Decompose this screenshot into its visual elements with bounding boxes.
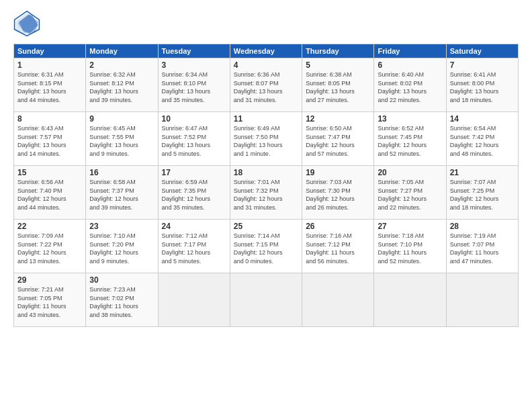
calendar-cell: 2Sunrise: 6:32 AM Sunset: 8:12 PM Daylig… xyxy=(86,58,158,112)
day-number: 21 xyxy=(450,168,515,177)
day-info: Sunrise: 6:36 AM Sunset: 8:07 PM Dayligh… xyxy=(234,71,298,104)
day-info: Sunrise: 7:09 AM Sunset: 7:22 PM Dayligh… xyxy=(17,232,82,265)
calendar-cell: 6Sunrise: 6:40 AM Sunset: 8:02 PM Daylig… xyxy=(374,58,446,112)
day-number: 9 xyxy=(89,114,154,124)
day-number: 14 xyxy=(450,114,515,124)
calendar-table: Sunday Monday Tuesday Wednesday Thursday… xyxy=(13,44,519,327)
calendar-cell: 14Sunrise: 6:54 AM Sunset: 7:42 PM Dayli… xyxy=(446,112,518,166)
day-number: 12 xyxy=(306,114,370,124)
day-number: 4 xyxy=(234,60,298,70)
calendar-cell: 10Sunrise: 6:47 AM Sunset: 7:52 PM Dayli… xyxy=(158,112,230,166)
calendar-cell: 19Sunrise: 7:03 AM Sunset: 7:30 PM Dayli… xyxy=(302,166,374,220)
day-number: 22 xyxy=(17,222,82,231)
day-info: Sunrise: 6:59 AM Sunset: 7:35 PM Dayligh… xyxy=(162,178,226,212)
calendar-cell: 13Sunrise: 6:52 AM Sunset: 7:45 PM Dayli… xyxy=(374,112,446,166)
day-number: 13 xyxy=(378,114,442,124)
day-number: 15 xyxy=(17,168,82,177)
day-info: Sunrise: 6:50 AM Sunset: 7:47 PM Dayligh… xyxy=(306,124,370,158)
header-tuesday: Tuesday xyxy=(158,44,230,58)
day-number: 29 xyxy=(17,275,82,285)
day-info: Sunrise: 6:56 AM Sunset: 7:40 PM Dayligh… xyxy=(17,178,82,212)
calendar-cell: 26Sunrise: 7:16 AM Sunset: 7:12 PM Dayli… xyxy=(302,220,374,273)
calendar-cell: 29Sunrise: 7:21 AM Sunset: 7:05 PM Dayli… xyxy=(14,273,86,327)
calendar-cell: 23Sunrise: 7:10 AM Sunset: 7:20 PM Dayli… xyxy=(86,220,158,273)
calendar-cell: 9Sunrise: 6:45 AM Sunset: 7:55 PM Daylig… xyxy=(86,112,158,166)
day-number: 10 xyxy=(162,114,226,124)
calendar-week-3: 15Sunrise: 6:56 AM Sunset: 7:40 PM Dayli… xyxy=(14,166,519,220)
calendar-cell: 21Sunrise: 7:07 AM Sunset: 7:25 PM Dayli… xyxy=(446,166,518,220)
day-info: Sunrise: 6:31 AM Sunset: 8:15 PM Dayligh… xyxy=(17,71,82,104)
calendar-cell: 3Sunrise: 6:34 AM Sunset: 8:10 PM Daylig… xyxy=(158,58,230,112)
calendar-cell: 5Sunrise: 6:38 AM Sunset: 8:05 PM Daylig… xyxy=(302,58,374,112)
day-number: 23 xyxy=(89,222,154,231)
day-number: 25 xyxy=(234,222,298,231)
day-number: 26 xyxy=(306,222,370,231)
calendar-week-4: 22Sunrise: 7:09 AM Sunset: 7:22 PM Dayli… xyxy=(14,220,519,273)
logo xyxy=(13,10,43,37)
calendar-cell: 27Sunrise: 7:18 AM Sunset: 7:10 PM Dayli… xyxy=(374,220,446,273)
calendar-cell: 18Sunrise: 7:01 AM Sunset: 7:32 PM Dayli… xyxy=(230,166,302,220)
calendar-cell xyxy=(158,273,230,327)
calendar-cell: 11Sunrise: 6:49 AM Sunset: 7:50 PM Dayli… xyxy=(230,112,302,166)
calendar-cell: 1Sunrise: 6:31 AM Sunset: 8:15 PM Daylig… xyxy=(14,58,86,112)
day-number: 1 xyxy=(17,60,82,70)
header-wednesday: Wednesday xyxy=(230,44,302,58)
calendar-cell: 24Sunrise: 7:12 AM Sunset: 7:17 PM Dayli… xyxy=(158,220,230,273)
calendar-cell xyxy=(302,273,374,327)
day-number: 7 xyxy=(450,60,515,70)
calendar-cell: 22Sunrise: 7:09 AM Sunset: 7:22 PM Dayli… xyxy=(14,220,86,273)
calendar-cell: 20Sunrise: 7:05 AM Sunset: 7:27 PM Dayli… xyxy=(374,166,446,220)
day-info: Sunrise: 6:40 AM Sunset: 8:02 PM Dayligh… xyxy=(378,71,442,104)
day-number: 3 xyxy=(162,60,226,70)
day-number: 30 xyxy=(89,275,154,285)
day-number: 27 xyxy=(378,222,442,231)
day-number: 2 xyxy=(89,60,154,70)
day-info: Sunrise: 6:34 AM Sunset: 8:10 PM Dayligh… xyxy=(162,71,226,104)
day-number: 17 xyxy=(162,168,226,177)
day-info: Sunrise: 6:43 AM Sunset: 7:57 PM Dayligh… xyxy=(17,124,82,158)
calendar-cell: 28Sunrise: 7:19 AM Sunset: 7:07 PM Dayli… xyxy=(446,220,518,273)
header-friday: Friday xyxy=(374,44,446,58)
day-number: 16 xyxy=(89,168,154,177)
day-info: Sunrise: 7:05 AM Sunset: 7:27 PM Dayligh… xyxy=(378,178,442,212)
day-info: Sunrise: 7:19 AM Sunset: 7:07 PM Dayligh… xyxy=(450,232,515,265)
day-info: Sunrise: 6:49 AM Sunset: 7:50 PM Dayligh… xyxy=(234,124,298,158)
calendar-page: Sunday Monday Tuesday Wednesday Thursday… xyxy=(0,0,532,411)
day-number: 19 xyxy=(306,168,370,177)
day-info: Sunrise: 7:12 AM Sunset: 7:17 PM Dayligh… xyxy=(162,232,226,265)
day-number: 11 xyxy=(234,114,298,124)
day-info: Sunrise: 7:01 AM Sunset: 7:32 PM Dayligh… xyxy=(234,178,298,212)
day-info: Sunrise: 6:45 AM Sunset: 7:55 PM Dayligh… xyxy=(89,124,154,158)
calendar-cell: 16Sunrise: 6:58 AM Sunset: 7:37 PM Dayli… xyxy=(86,166,158,220)
day-info: Sunrise: 6:58 AM Sunset: 7:37 PM Dayligh… xyxy=(89,178,154,212)
day-info: Sunrise: 7:03 AM Sunset: 7:30 PM Dayligh… xyxy=(306,178,370,212)
header xyxy=(13,10,519,37)
header-monday: Monday xyxy=(86,44,158,58)
header-thursday: Thursday xyxy=(302,44,374,58)
calendar-cell xyxy=(230,273,302,327)
day-number: 6 xyxy=(378,60,442,70)
calendar-cell: 12Sunrise: 6:50 AM Sunset: 7:47 PM Dayli… xyxy=(302,112,374,166)
calendar-week-2: 8Sunrise: 6:43 AM Sunset: 7:57 PM Daylig… xyxy=(14,112,519,166)
calendar-cell: 25Sunrise: 7:14 AM Sunset: 7:15 PM Dayli… xyxy=(230,220,302,273)
calendar-week-5: 29Sunrise: 7:21 AM Sunset: 7:05 PM Dayli… xyxy=(14,273,519,327)
day-info: Sunrise: 6:47 AM Sunset: 7:52 PM Dayligh… xyxy=(162,124,226,158)
day-number: 24 xyxy=(162,222,226,231)
weekday-header-row: Sunday Monday Tuesday Wednesday Thursday… xyxy=(14,44,519,58)
day-info: Sunrise: 7:10 AM Sunset: 7:20 PM Dayligh… xyxy=(89,232,154,265)
calendar-cell: 4Sunrise: 6:36 AM Sunset: 8:07 PM Daylig… xyxy=(230,58,302,112)
day-number: 18 xyxy=(234,168,298,177)
calendar-cell: 30Sunrise: 7:23 AM Sunset: 7:02 PM Dayli… xyxy=(86,273,158,327)
day-number: 28 xyxy=(450,222,515,231)
day-number: 5 xyxy=(306,60,370,70)
day-info: Sunrise: 7:16 AM Sunset: 7:12 PM Dayligh… xyxy=(306,232,370,265)
calendar-cell: 17Sunrise: 6:59 AM Sunset: 7:35 PM Dayli… xyxy=(158,166,230,220)
day-info: Sunrise: 6:41 AM Sunset: 8:00 PM Dayligh… xyxy=(450,71,515,104)
day-info: Sunrise: 7:14 AM Sunset: 7:15 PM Dayligh… xyxy=(234,232,298,265)
day-info: Sunrise: 6:38 AM Sunset: 8:05 PM Dayligh… xyxy=(306,71,370,104)
calendar-cell: 8Sunrise: 6:43 AM Sunset: 7:57 PM Daylig… xyxy=(14,112,86,166)
day-info: Sunrise: 7:21 AM Sunset: 7:05 PM Dayligh… xyxy=(17,285,82,319)
calendar-cell: 7Sunrise: 6:41 AM Sunset: 8:00 PM Daylig… xyxy=(446,58,518,112)
day-info: Sunrise: 7:07 AM Sunset: 7:25 PM Dayligh… xyxy=(450,178,515,212)
logo-icon xyxy=(13,10,40,37)
